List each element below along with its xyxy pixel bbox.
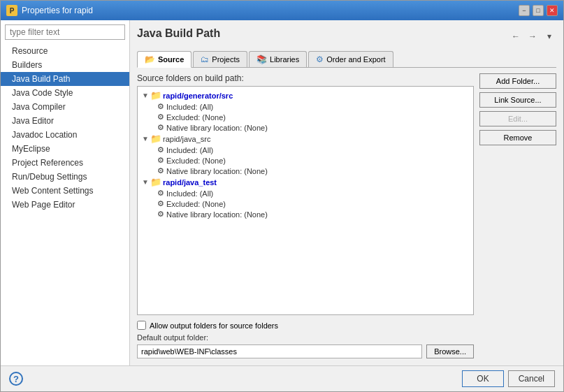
sidebar-item-builders[interactable]: Builders	[1, 58, 129, 72]
gear-icon-3: ⚙	[157, 123, 164, 132]
forward-button[interactable]: →	[526, 29, 540, 43]
tab-projects[interactable]: 🗂 Projects	[193, 51, 247, 67]
filter-input[interactable]	[5, 24, 125, 40]
gear-icon-7: ⚙	[157, 189, 164, 198]
link-source-button[interactable]: Link Source...	[479, 92, 556, 108]
tab-order-label: Order and Export	[326, 55, 385, 64]
gear-icon-8: ⚙	[157, 199, 164, 208]
tree-child-exc-2[interactable]: ⚙ Excluded: (None)	[138, 155, 473, 166]
sidebar-item-web-page[interactable]: Web Page Editor	[1, 198, 129, 212]
dialog-title: Properties for rapid	[22, 6, 93, 15]
sidebar-items: Resource Builders Java Build Path Java C…	[1, 44, 129, 365]
cancel-button[interactable]: Cancel	[508, 370, 555, 387]
expand-icon-1: ▼	[140, 92, 150, 99]
back-button[interactable]: ←	[509, 29, 523, 43]
tree-label-inc-1: Included: (All)	[166, 103, 213, 111]
title-buttons: − □ ✕	[519, 5, 558, 16]
expand-icon-2: ▼	[140, 135, 150, 143]
add-folder-button[interactable]: Add Folder...	[479, 73, 556, 89]
tree-child-exc-1[interactable]: ⚙ Excluded: (None)	[138, 112, 473, 122]
sidebar-item-java-code-style[interactable]: Java Code Style	[1, 86, 129, 100]
sidebar-item-project-references[interactable]: Project References	[1, 156, 129, 170]
remove-button[interactable]: Remove	[479, 130, 556, 145]
sidebar-item-run-debug[interactable]: Run/Debug Settings	[1, 170, 129, 184]
ok-button[interactable]: OK	[462, 370, 503, 387]
tab-projects-label: Projects	[212, 55, 240, 64]
gear-icon-2: ⚙	[157, 112, 164, 122]
folder-icon-1: 📁	[150, 90, 161, 101]
close-button[interactable]: ✕	[547, 5, 558, 16]
dialog-footer: ? OK Cancel	[1, 365, 563, 391]
folder-icon-3: 📁	[150, 177, 161, 187]
tree-child-native-1[interactable]: ⚙ Native library location: (None)	[138, 122, 473, 133]
libraries-tab-icon: 📚	[256, 55, 267, 64]
folder-icon-2: 📁	[150, 133, 161, 144]
tree-label-java-src: rapid/java_src	[163, 135, 210, 143]
minimize-button[interactable]: −	[519, 5, 530, 16]
bottom-section: Allow output folders for source folders …	[137, 321, 474, 358]
source-tree[interactable]: ▼ 📁 rapid/generator/src ⚙ Included: (All…	[137, 86, 474, 315]
maximize-button[interactable]: □	[533, 5, 544, 16]
tab-libraries[interactable]: 📚 Libraries	[249, 51, 307, 67]
output-field[interactable]	[137, 344, 422, 358]
toolbar-icons: ← → ▾	[509, 29, 556, 43]
tree-label-inc-3: Included: (All)	[166, 189, 213, 198]
dropdown-button[interactable]: ▾	[542, 29, 556, 43]
tree-label-exc-2: Excluded: (None)	[166, 157, 226, 165]
footer-right: OK Cancel	[462, 370, 555, 387]
default-output-label: Default output folder:	[137, 333, 474, 342]
allow-output-checkbox[interactable]	[137, 321, 146, 330]
gear-icon-9: ⚙	[157, 210, 164, 219]
sidebar-item-java-compiler[interactable]: Java Compiler	[1, 100, 129, 114]
sidebar-item-resource[interactable]: Resource	[1, 44, 129, 58]
expand-icon-3: ▼	[140, 178, 150, 186]
projects-tab-icon: 🗂	[201, 55, 209, 64]
allow-output-row: Allow output folders for source folders	[137, 321, 474, 330]
left-pane: Source folders on build path: ▼ 📁 rapid/…	[137, 73, 474, 358]
panel-title: Java Build Path	[137, 27, 220, 40]
tree-label-exc-1: Excluded: (None)	[166, 113, 226, 122]
right-pane: Add Folder... Link Source... Edit... Rem…	[479, 73, 556, 358]
sidebar-item-java-build-path[interactable]: Java Build Path	[1, 72, 129, 86]
gear-icon-5: ⚙	[157, 156, 164, 165]
output-row: Default output folder: Browse...	[137, 333, 474, 358]
tree-child-exc-3[interactable]: ⚙ Excluded: (None)	[138, 198, 473, 209]
tree-child-native-2[interactable]: ⚙ Native library location: (None)	[138, 166, 473, 176]
tree-item-java-src[interactable]: ▼ 📁 rapid/java_src	[138, 133, 473, 145]
properties-dialog: P Properties for rapid − □ ✕ Resource Bu…	[0, 0, 564, 392]
tree-child-inc-3[interactable]: ⚙ Included: (All)	[138, 188, 473, 198]
panel-header: Java Build Path ← → ▾	[137, 27, 556, 45]
gear-icon-1: ⚙	[157, 102, 164, 111]
sidebar: Resource Builders Java Build Path Java C…	[1, 20, 130, 365]
dialog-body: Resource Builders Java Build Path Java C…	[1, 20, 563, 365]
tree-label-inc-2: Included: (All)	[166, 146, 213, 154]
tree-child-native-3[interactable]: ⚙ Native library location: (None)	[138, 209, 473, 219]
edit-button[interactable]: Edit...	[479, 111, 556, 126]
tabs: 📂 Source 🗂 Projects 📚 Libraries ⚙ Order …	[137, 51, 556, 68]
tree-label-generator-src: rapid/generator/src	[163, 92, 233, 100]
order-tab-icon: ⚙	[316, 55, 324, 64]
tree-label-java-test: rapid/java_test	[163, 178, 217, 187]
gear-icon-6: ⚙	[157, 166, 164, 175]
tab-source[interactable]: 📂 Source	[137, 51, 191, 68]
tree-label-native-2: Native library location: (None)	[166, 167, 268, 175]
tree-item-generator-src[interactable]: ▼ 📁 rapid/generator/src	[138, 89, 473, 101]
title-bar: P Properties for rapid − □ ✕	[1, 1, 563, 20]
tree-item-java-test[interactable]: ▼ 📁 rapid/java_test	[138, 176, 473, 188]
tree-child-inc-1[interactable]: ⚙ Included: (All)	[138, 101, 473, 112]
dialog-icon: P	[6, 5, 17, 16]
title-bar-left: P Properties for rapid	[6, 5, 93, 16]
sidebar-item-myeclipse[interactable]: MyEclipse	[1, 142, 129, 156]
tree-child-inc-2[interactable]: ⚙ Included: (All)	[138, 145, 473, 155]
tab-libraries-label: Libraries	[270, 55, 299, 64]
tree-label-native-1: Native library location: (None)	[166, 124, 268, 132]
tab-order-export[interactable]: ⚙ Order and Export	[308, 51, 393, 67]
sidebar-item-web-content[interactable]: Web Content Settings	[1, 184, 129, 198]
sidebar-item-java-editor[interactable]: Java Editor	[1, 114, 129, 128]
allow-output-label: Allow output folders for source folders	[150, 321, 278, 330]
gear-icon-4: ⚙	[157, 145, 164, 154]
tree-label-native-3: Native library location: (None)	[166, 210, 268, 219]
help-button[interactable]: ?	[9, 372, 23, 386]
sidebar-item-javadoc[interactable]: Javadoc Location	[1, 128, 129, 142]
browse-button[interactable]: Browse...	[426, 344, 474, 358]
